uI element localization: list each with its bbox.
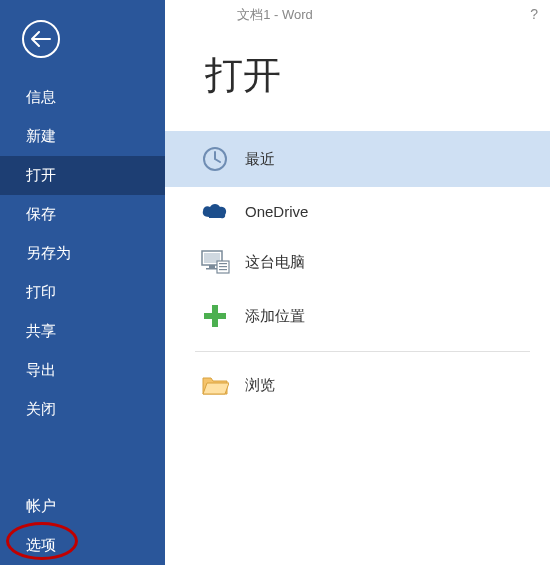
svg-rect-8 xyxy=(219,269,227,270)
open-location-list: 最近 OneDrive xyxy=(165,131,550,410)
back-button[interactable] xyxy=(22,20,60,58)
location-addplace[interactable]: 添加位置 xyxy=(165,289,550,343)
plus-icon xyxy=(195,303,235,329)
nav-item-options[interactable]: 选项 xyxy=(0,526,165,565)
svg-rect-4 xyxy=(206,268,218,270)
location-browse[interactable]: 浏览 xyxy=(165,360,550,410)
svg-rect-10 xyxy=(204,313,226,319)
nav-item-share[interactable]: 共享 xyxy=(0,312,165,351)
location-label: 浏览 xyxy=(245,376,275,395)
nav-item-info[interactable]: 信息 xyxy=(0,78,165,117)
nav-item-account[interactable]: 帐户 xyxy=(0,487,165,526)
location-label: 添加位置 xyxy=(245,307,305,326)
location-recent[interactable]: 最近 xyxy=(165,131,550,187)
computer-icon xyxy=(195,249,235,275)
window-title: 文档1 - Word xyxy=(0,6,550,24)
onedrive-icon xyxy=(195,201,235,221)
svg-rect-3 xyxy=(209,265,215,268)
nav-item-new[interactable]: 新建 xyxy=(0,117,165,156)
main-panel: 打开 最近 OneDrive xyxy=(165,0,550,565)
folder-icon xyxy=(195,374,235,396)
location-onedrive[interactable]: OneDrive xyxy=(165,187,550,235)
location-thispc[interactable]: 这台电脑 xyxy=(165,235,550,289)
nav-item-close[interactable]: 关闭 xyxy=(0,390,165,429)
svg-rect-6 xyxy=(219,263,227,264)
back-arrow-icon xyxy=(31,31,51,47)
nav-item-options-label: 选项 xyxy=(26,536,56,553)
nav-item-saveas[interactable]: 另存为 xyxy=(0,234,165,273)
location-label: 这台电脑 xyxy=(245,253,305,272)
divider xyxy=(195,351,530,352)
clock-icon xyxy=(195,145,235,173)
location-label: 最近 xyxy=(245,150,275,169)
page-title: 打开 xyxy=(205,50,550,101)
nav-item-print[interactable]: 打印 xyxy=(0,273,165,312)
backstage-sidebar: 信息 新建 打开 保存 另存为 打印 共享 导出 关闭 帐户 选项 xyxy=(0,0,165,565)
nav-item-save[interactable]: 保存 xyxy=(0,195,165,234)
location-label: OneDrive xyxy=(245,203,308,220)
nav-item-open[interactable]: 打开 xyxy=(0,156,165,195)
svg-rect-7 xyxy=(219,266,227,267)
nav-item-export[interactable]: 导出 xyxy=(0,351,165,390)
